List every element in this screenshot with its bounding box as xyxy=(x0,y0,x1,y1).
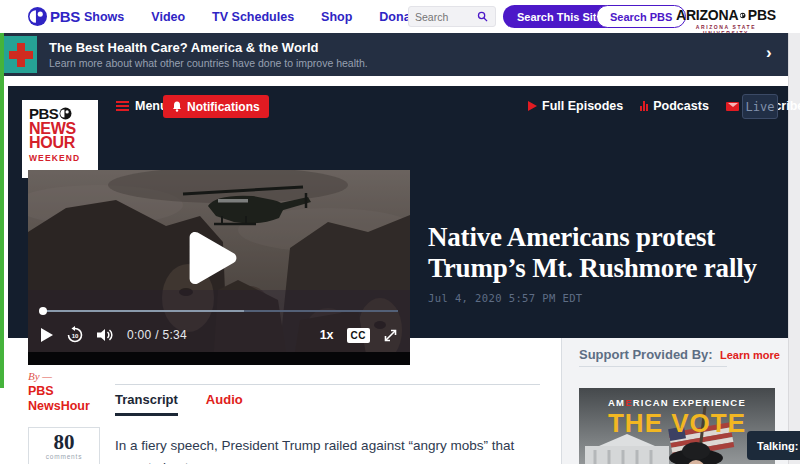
hamburger-icon xyxy=(116,101,129,111)
top-nav-links: Shows Video TV Schedules Shop Donate xyxy=(84,0,422,33)
byline-prefix: By — xyxy=(28,370,52,382)
nav-link-shows[interactable]: Shows xyxy=(84,10,124,24)
nav-link-shop[interactable]: Shop xyxy=(321,10,352,24)
podcasts-link[interactable]: Podcasts xyxy=(640,99,709,113)
american-experience-label: AMERICAN EXPERIENCE xyxy=(579,397,775,408)
the-vote-promo-ad[interactable]: AMERICAN EXPERIENCE THE VOTE xyxy=(579,388,775,464)
fullscreen-button[interactable] xyxy=(383,328,398,343)
nav-link-video[interactable]: Video xyxy=(151,10,185,24)
full-episodes-link[interactable]: Full Episodes xyxy=(528,99,623,113)
tab-audio[interactable]: Audio xyxy=(206,392,243,416)
pbs-logo[interactable]: PBS xyxy=(28,7,80,26)
envelope-icon xyxy=(726,102,739,111)
article-body: In a fiery speech, President Trump raile… xyxy=(115,435,547,464)
menu-button[interactable]: Menu xyxy=(116,99,168,113)
notifications-label: Notifications xyxy=(187,100,260,114)
scrollbar-track[interactable] xyxy=(788,33,800,464)
search-pbs-button[interactable]: Search PBS xyxy=(596,5,686,28)
closed-captions-button[interactable]: CC xyxy=(347,328,370,343)
tabs-divider xyxy=(115,384,540,385)
newshour-logo-weekend: WEEKEND xyxy=(29,153,98,163)
pbs-head-icon-black xyxy=(59,107,72,120)
comments-label: comments xyxy=(29,453,99,460)
sidebar-divider xyxy=(579,366,727,367)
live-button[interactable]: Live xyxy=(742,94,778,119)
volume-button[interactable] xyxy=(97,328,114,342)
byline-author-line1: PBS xyxy=(28,384,90,399)
article-body-line1: In a fiery speech, President Trump raile… xyxy=(115,435,547,464)
pbs-head-icon xyxy=(28,7,47,26)
nav-link-tv-schedules[interactable]: TV Schedules xyxy=(212,10,294,24)
big-play-button[interactable] xyxy=(186,230,240,286)
arizona-pbs-logo[interactable]: ARIZONA PBS ARIZONA STATE UNIVERSITY xyxy=(676,7,776,36)
pbs-head-icon-small xyxy=(740,9,745,22)
play-button[interactable] xyxy=(40,328,53,342)
banner-title[interactable]: The Best Health Care? America & the Worl… xyxy=(49,40,318,55)
pbs-logo-text: PBS xyxy=(50,8,80,25)
pbs-top-nav: PBS Shows Video TV Schedules Shop Donate… xyxy=(0,0,800,33)
newshour-logo-hour: HOUR xyxy=(29,136,98,150)
playhead[interactable] xyxy=(39,307,47,315)
comments-count-box[interactable]: 80 comments xyxy=(28,427,100,464)
video-letterbox xyxy=(28,352,410,365)
search-icon[interactable] xyxy=(477,11,488,22)
red-e-flag-glyph: E xyxy=(625,397,633,408)
byline-author-link[interactable]: PBS NewsHour xyxy=(28,384,90,414)
time-display: 0:00 / 5:34 xyxy=(127,328,187,342)
svg-text:10: 10 xyxy=(72,333,79,339)
pbs-text: PBS xyxy=(748,7,776,23)
bell-icon xyxy=(172,101,182,112)
learn-more-link[interactable]: Learn more xyxy=(720,349,780,361)
play-icon xyxy=(528,101,537,111)
podcasts-label: Podcasts xyxy=(653,99,709,113)
arizona-text: ARIZONA xyxy=(676,7,738,23)
banner-subtitle: Learn more about what other countries ha… xyxy=(49,57,368,69)
buffered-bar xyxy=(40,310,244,312)
full-episodes-label: Full Episodes xyxy=(542,99,623,113)
search-input[interactable] xyxy=(415,11,477,23)
rewind-10-button[interactable]: 10 xyxy=(66,326,84,344)
medical-cross-icon xyxy=(4,36,37,73)
chevron-right-icon[interactable]: › xyxy=(766,43,772,63)
video-player[interactable]: 10 0:00 / 5:34 1x CC xyxy=(28,170,410,365)
arizona-pbs-wordmark: ARIZONA PBS xyxy=(676,7,776,23)
tab-transcript[interactable]: Transcript xyxy=(115,392,178,416)
byline-author-line2: NewsHour xyxy=(28,399,90,414)
video-controls: 10 0:00 / 5:34 1x CC xyxy=(28,318,410,352)
article-date: Jul 4, 2020 5:57 PM EDT xyxy=(428,292,583,304)
article-tabs: Transcript Audio xyxy=(115,392,243,416)
playback-rate-button[interactable]: 1x xyxy=(320,328,334,342)
progress-bar[interactable] xyxy=(40,310,398,312)
support-provided-label: Support Provided By: xyxy=(579,347,713,362)
comments-count: 80 xyxy=(29,431,99,453)
the-vote-title: THE VOTE xyxy=(579,408,775,439)
health-care-promo-banner[interactable]: The Best Health Care? America & the Worl… xyxy=(4,33,788,76)
article-headline: Native Americans protest Trump’s Mt. Rus… xyxy=(428,222,780,284)
talking-tooltip: Talking: En xyxy=(747,431,800,460)
newshour-weekend-logo[interactable]: PBS NEWS HOUR WEEKEND xyxy=(22,100,98,178)
notifications-button[interactable]: Notifications xyxy=(163,95,269,118)
browser-page: PBS Shows Video TV Schedules Shop Donate… xyxy=(0,0,800,464)
podcast-bars-icon xyxy=(640,101,648,111)
search-box xyxy=(408,6,496,27)
